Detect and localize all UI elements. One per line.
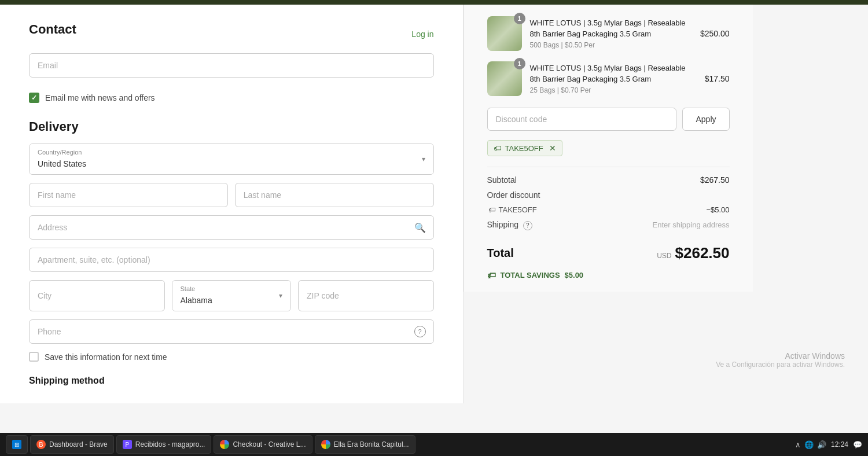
save-info-label: Save this information for next time	[45, 352, 167, 362]
zip-input[interactable]	[298, 280, 434, 311]
left-panel: Contact Log in Email me with news and of…	[0, 5, 464, 403]
order-summary-panel: 1 WHITE LOTUS | 3.5g Mylar Bags | Reseal…	[464, 5, 753, 292]
total-value: $262.50	[675, 244, 730, 262]
delivery-title: Delivery	[29, 119, 434, 134]
activate-windows-subtitle: Ve a Configuración para activar Windows.	[716, 361, 845, 369]
contact-title: Contact	[29, 22, 76, 37]
address-wrapper: 🔍	[29, 215, 434, 240]
email-newsletter-checkbox[interactable]	[29, 93, 39, 103]
log-in-link[interactable]: Log in	[411, 30, 433, 39]
city-state-zip-row: State Alabama ▾	[29, 280, 434, 311]
product-price-1: $250.00	[700, 29, 730, 38]
remove-discount-button[interactable]: ✕	[549, 144, 556, 153]
discount-detail-value: −$5.00	[706, 205, 729, 214]
activate-windows-title: Activar Windows	[716, 351, 845, 361]
savings-icon: 🏷	[487, 270, 496, 280]
apt-input[interactable]	[29, 248, 434, 272]
last-name-input[interactable]	[235, 183, 434, 207]
contact-section-header: Contact Log in	[29, 22, 434, 46]
save-info-row: Save this information for next time	[29, 352, 434, 362]
product-info-1: WHITE LOTUS | 3.5g Mylar Bags | Resealab…	[530, 18, 692, 49]
state-label: State	[181, 285, 196, 292]
discount-detail-icon: 🏷	[488, 205, 496, 214]
product-item-2: 1 WHITE LOTUS | 3.5g Mylar Bags | Reseal…	[487, 61, 730, 96]
subtotal-row: Subtotal $267.50	[487, 175, 730, 185]
product-name-2: WHITE LOTUS | 3.5g Mylar Bags | Resealab…	[530, 63, 697, 84]
delivery-section: Delivery Country/Region United States ▾ …	[29, 119, 434, 362]
email-newsletter-label: Email me with news and offers	[45, 93, 155, 102]
total-row: Total USD $262.50	[487, 238, 730, 262]
product-item-1: 1 WHITE LOTUS | 3.5g Mylar Bags | Reseal…	[487, 16, 730, 51]
subtotal-label: Subtotal	[487, 175, 517, 185]
country-select-wrapper[interactable]: Country/Region United States ▾	[29, 144, 434, 175]
order-discount-label: Order discount	[487, 190, 540, 200]
first-name-input[interactable]	[29, 183, 228, 207]
search-icon: 🔍	[414, 222, 426, 233]
total-label: Total	[487, 247, 514, 260]
order-summary-totals: Subtotal $267.50 Order discount 🏷 TAKE5O…	[487, 167, 730, 280]
discount-code-row: Apply	[487, 108, 730, 131]
shipping-value: Enter shipping address	[653, 220, 730, 229]
email-newsletter-row: Email me with news and offers	[29, 93, 434, 103]
product-badge-2: 1	[514, 58, 525, 69]
country-label: Country/Region	[38, 149, 82, 156]
product-price-2: $17.50	[705, 74, 730, 83]
country-select[interactable]: United States	[30, 144, 433, 174]
product-info-2: WHITE LOTUS | 3.5g Mylar Bags | Resealab…	[530, 63, 697, 94]
order-discount-row: Order discount	[487, 190, 730, 200]
discount-code-detail-row: 🏷 TAKE5OFF −$5.00	[487, 205, 730, 214]
phone-help-icon[interactable]: ?	[414, 326, 426, 337]
tag-icon: 🏷	[494, 144, 502, 153]
activate-windows-notice: Activar Windows Ve a Configuración para …	[716, 351, 845, 369]
name-row	[29, 183, 434, 207]
subtotal-value: $267.50	[700, 175, 730, 185]
total-currency: USD	[657, 252, 671, 260]
top-banner	[0, 0, 868, 5]
city-input[interactable]	[29, 280, 165, 311]
product-image-wrapper-1: 1	[487, 16, 522, 51]
shipping-info-icon[interactable]: ?	[523, 221, 532, 230]
product-list: 1 WHITE LOTUS | 3.5g Mylar Bags | Reseal…	[487, 16, 730, 96]
address-input[interactable]	[29, 215, 434, 240]
discount-tag-label: TAKE5OFF	[505, 144, 543, 153]
product-variant-1: 500 Bags | $0.50 Per	[530, 41, 692, 49]
savings-row: 🏷 TOTAL SAVINGS $5.00	[487, 270, 730, 280]
savings-value: $5.00	[565, 271, 584, 280]
product-image-wrapper-2: 1	[487, 61, 522, 96]
total-value-wrapper: USD $262.50	[657, 244, 729, 262]
email-input[interactable]	[29, 53, 434, 78]
savings-label: TOTAL SAVINGS	[501, 271, 560, 280]
shipping-method-title: Shipping method	[29, 376, 434, 386]
product-name-1: WHITE LOTUS | 3.5g Mylar Bags | Resealab…	[530, 18, 692, 39]
save-info-checkbox[interactable]	[29, 352, 39, 362]
phone-wrapper: ?	[29, 319, 434, 344]
main-content: Contact Log in Email me with news and of…	[0, 5, 868, 403]
active-discount-tag: 🏷 TAKE5OFF ✕	[487, 140, 562, 156]
product-badge-1: 1	[514, 13, 525, 24]
state-select-wrapper[interactable]: State Alabama ▾	[172, 280, 292, 311]
discount-code-input[interactable]	[487, 108, 677, 131]
phone-input[interactable]	[29, 319, 434, 344]
shipping-label: Shipping ?	[487, 220, 532, 230]
product-variant-2: 25 Bags | $0.70 Per	[530, 86, 697, 94]
discount-code-detail: TAKE5OFF	[499, 205, 537, 214]
apply-discount-button[interactable]: Apply	[682, 108, 729, 131]
shipping-method-section: Shipping method	[29, 376, 434, 386]
right-panel-wrapper: 1 WHITE LOTUS | 3.5g Mylar Bags | Reseal…	[464, 5, 869, 403]
shipping-row: Shipping ? Enter shipping address	[487, 220, 730, 230]
